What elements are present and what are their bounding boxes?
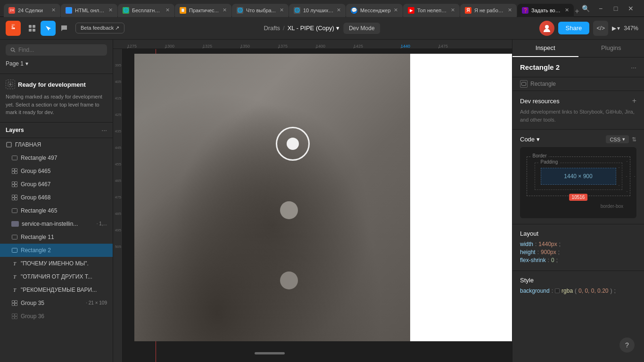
dev-resources-add-button[interactable]: +: [632, 97, 636, 105]
code-copy-button[interactable]: ⇅: [632, 136, 636, 143]
tab-title: Я не работа...: [474, 8, 505, 13]
tab-chto[interactable]: 🌐 Что выбра... ✕: [232, 4, 289, 17]
ruler-mark: 1300: [165, 44, 174, 49]
code-language-selector[interactable]: CSS ▾: [606, 135, 629, 143]
tab-yt[interactable]: ▶ Топ нелепы... ✕: [403, 4, 460, 17]
svg-rect-20: [12, 171, 15, 173]
search-bar[interactable]: [6, 44, 107, 56]
search-input[interactable]: [18, 47, 102, 53]
layer-item-group6467[interactable]: Group 6467: [0, 178, 113, 191]
tab-inspect[interactable]: Inspect: [512, 40, 578, 57]
svg-rect-40: [15, 316, 17, 319]
close-tab-icon[interactable]: ✕: [165, 7, 170, 13]
breadcrumb-drafts: Drafts: [264, 25, 280, 32]
close-tab-icon[interactable]: ✕: [337, 7, 341, 13]
toolbar-right: Share </> ▶ ▾ 347%: [539, 21, 638, 36]
ruler-top: 1275 1300 1325 1350 1375 1400 1425 1440 …: [113, 40, 512, 49]
play-chevron-icon: ▾: [617, 25, 620, 32]
canvas-circle-small-2[interactable]: [280, 272, 298, 289]
layer-badge: · 1,...: [97, 221, 107, 226]
close-tab-icon[interactable]: ✕: [394, 7, 398, 13]
layer-item-serviceman[interactable]: service-man-instellin... · 1,...: [0, 217, 113, 230]
tab-free[interactable]: 🌐 Бесплатный... ✕: [118, 4, 174, 17]
svg-rect-26: [12, 195, 15, 197]
browser-tabs: 24 24 Сделки ✕ 🌐 HTML онлай... ✕ 🌐 Беспл…: [4, 0, 580, 17]
code-view-button[interactable]: </>: [593, 21, 608, 36]
code-title[interactable]: Code ▾: [520, 136, 540, 143]
layer-item-text2[interactable]: T "ОТЛИЧИЯ ОТ ДРУГИХ Т...: [0, 270, 113, 283]
tab-html[interactable]: 🌐 HTML онлай... ✕: [61, 4, 117, 17]
browser-close-icon[interactable]: ✕: [625, 3, 636, 14]
layer-item-rect497[interactable]: Rectangle 497: [0, 151, 113, 165]
layer-item-group35[interactable]: Group 35 · 21 × 109: [0, 296, 113, 310]
layer-item-rect11[interactable]: Rectangle 11: [0, 230, 113, 244]
play-button[interactable]: ▶ ▾: [612, 25, 620, 32]
svg-rect-38: [15, 313, 17, 316]
svg-rect-36: [15, 303, 17, 305]
image-icon: [11, 221, 19, 227]
breadcrumb-separator: /: [283, 25, 285, 32]
tab-habr[interactable]: ❓ Задать вопрос — Хаб ✕: [517, 4, 574, 17]
close-tab-icon[interactable]: ✕: [508, 7, 512, 13]
dev-resources-section: Dev resources + Add development links to…: [512, 91, 644, 130]
layer-item-group6465[interactable]: Group 6465: [0, 165, 113, 178]
grid-tool-button[interactable]: [25, 21, 40, 36]
layer-label: "РЕКОМЕНДУЕМЫЕ ВАРИ...: [21, 287, 107, 293]
close-tab-icon[interactable]: ✕: [451, 7, 455, 13]
canvas-circle-inner: [287, 138, 299, 150]
close-tab-icon[interactable]: ✕: [223, 7, 227, 13]
layer-item-text1[interactable]: T "ПОЧЕМУ ИМЕННО МЫ".: [0, 257, 113, 270]
avatar[interactable]: [539, 21, 554, 36]
share-button[interactable]: Share: [558, 22, 590, 34]
tab-messenger[interactable]: 💬 Мессенджер ✕: [346, 4, 403, 17]
breadcrumb-file-name[interactable]: XL - PIPE (Copy) ▾: [288, 25, 339, 32]
browser-maximize-icon[interactable]: □: [610, 3, 621, 14]
close-tab-icon[interactable]: ✕: [51, 7, 56, 13]
layer-item-glavnaya[interactable]: ГЛАВНАЯ: [0, 138, 113, 151]
close-tab-icon[interactable]: ✕: [108, 7, 113, 13]
layer-item-rect2[interactable]: Rectangle 2: [0, 244, 113, 257]
dev-mode-button[interactable]: Dev Mode: [343, 23, 380, 34]
tab-pract[interactable]: 📋 Практичес... ✕: [175, 4, 231, 17]
close-tab-icon[interactable]: ✕: [565, 7, 569, 13]
add-tab-button[interactable]: +: [574, 6, 580, 17]
layer-item-text3[interactable]: T "РЕКОМЕНДУЕМЫЕ ВАРИ...: [0, 283, 113, 296]
beta-feedback-button[interactable]: Beta feedback ↗: [75, 23, 124, 33]
browser-minimize-icon[interactable]: −: [595, 3, 606, 14]
rectangle-icon: [11, 247, 18, 254]
layer-badge: · 21 × 109: [86, 300, 107, 305]
scroll-indicator[interactable]: [255, 352, 285, 354]
close-tab-icon[interactable]: ✕: [280, 7, 284, 13]
canvas-circle-small-1[interactable]: [280, 201, 298, 219]
tab-plugins[interactable]: Plugins: [578, 40, 644, 57]
ruler-mark: 1375: [278, 44, 288, 49]
zoom-level-display[interactable]: 347%: [624, 25, 638, 32]
move-tool-button[interactable]: [41, 21, 56, 36]
svg-rect-41: [522, 82, 526, 86]
css-key: flex-shrink: [520, 257, 546, 263]
layer-item-group36[interactable]: Group 36: [0, 310, 113, 323]
tab-sdelki[interactable]: 24 24 Сделки ✕: [4, 4, 60, 17]
element-options-button[interactable]: ···: [631, 64, 636, 71]
canvas-circle-radio[interactable]: [276, 127, 310, 161]
figma-logo[interactable]: [6, 21, 21, 36]
css-value: 1440px: [538, 241, 557, 247]
tab-ya[interactable]: Я Я не работа... ✕: [460, 4, 517, 17]
ruler-left-mark: 495: [115, 228, 121, 232]
help-button[interactable]: ?: [619, 337, 635, 353]
element-type-label: Rectangle: [530, 81, 556, 87]
box-content[interactable]: 1440 × 900: [541, 168, 616, 185]
layout-section: Layout width : 1440px ; height : 900px ;…: [512, 224, 644, 271]
right-tabs: Inspect Plugins: [512, 40, 644, 58]
browser-search-icon[interactable]: 🔍: [580, 3, 591, 14]
tab-10[interactable]: 🌐 10 лучших G ✕: [289, 4, 346, 17]
layer-item-group6468[interactable]: Group 6468: [0, 191, 113, 204]
inspect-header: Rectangle 2 ···: [512, 58, 644, 77]
group-icon: [11, 313, 18, 320]
canvas-area[interactable]: 1275 1300 1325 1350 1375 1400 1425 1440 …: [113, 40, 512, 362]
page-selector[interactable]: Page 1 ▾: [6, 58, 107, 69]
layer-item-rect465[interactable]: Rectangle 465: [0, 204, 113, 217]
comment-tool-button[interactable]: [57, 21, 72, 36]
layer-label: Rectangle 11: [21, 234, 107, 240]
layers-options-button[interactable]: ···: [101, 126, 107, 134]
